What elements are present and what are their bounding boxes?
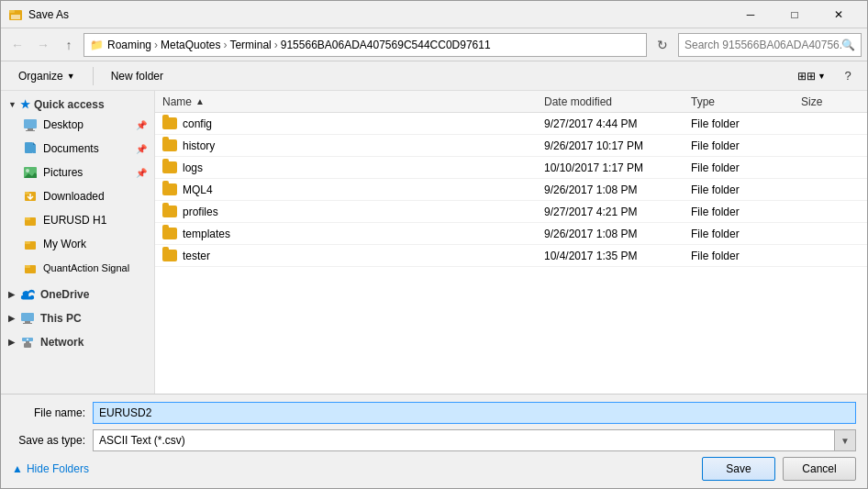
folder-icon — [162, 228, 177, 239]
table-row[interactable]: logs 10/10/2017 1:17 PM File folder — [155, 157, 867, 179]
desktop-icon — [23, 117, 38, 132]
savetype-select[interactable]: ASCII Text (*.csv) — [93, 429, 856, 451]
file-date: 9/26/2017 1:08 PM — [537, 223, 684, 244]
sidebar-section-quick-access: ▼ ★ Quick access Desktop 📌 — [1, 94, 154, 280]
filename-input[interactable] — [93, 402, 856, 424]
table-row[interactable]: config 9/27/2017 4:44 PM File folder — [155, 113, 867, 135]
path-metaquotes: MetaQuotes — [161, 39, 220, 51]
quantaction-signal-label: QuantAction Signal — [43, 262, 129, 273]
svg-rect-13 — [25, 192, 29, 194]
search-box[interactable]: 🔍 — [678, 33, 862, 57]
sidebar-header-network[interactable]: ▶ Network — [1, 331, 154, 351]
save-as-dialog: Save As ─ □ ✕ ← → ↑ 📁 Roaming › MetaQuot… — [0, 0, 868, 489]
back-button[interactable]: ← — [6, 34, 28, 56]
maximize-button[interactable]: □ — [773, 1, 816, 28]
action-row: ▲ Hide Folders Save Cancel — [12, 457, 856, 481]
sidebar-section-network: ▶ Network — [1, 331, 154, 351]
file-name: logs — [183, 161, 203, 174]
dialog-title: Save As — [28, 8, 729, 21]
organize-button[interactable]: Organize ▼ — [8, 64, 85, 88]
downloaded-icon — [23, 189, 38, 204]
file-size — [794, 157, 867, 178]
svg-point-10 — [26, 169, 29, 172]
main-area: ▼ ★ Quick access Desktop 📌 — [1, 91, 867, 394]
view-icon: ⊞⊞ — [797, 70, 816, 83]
documents-icon — [23, 141, 38, 156]
bottom-area: File name: Save as type: ASCII Text (*.c… — [1, 394, 867, 488]
col-header-name[interactable]: Name ▲ — [155, 91, 537, 112]
table-row[interactable]: profiles 9/27/2017 4:21 PM File folder — [155, 201, 867, 223]
svg-rect-19 — [25, 265, 30, 268]
table-row[interactable]: tester 10/4/2017 1:35 PM File folder — [155, 245, 867, 267]
file-name: tester — [183, 250, 210, 262]
help-button[interactable]: ? — [836, 64, 860, 88]
svg-rect-3 — [24, 119, 37, 128]
view-button[interactable]: ⊞⊞ ▼ — [791, 64, 832, 88]
sidebar-item-eurusd-h1[interactable]: EURUSD H1 — [1, 208, 154, 232]
search-icon: 🔍 — [841, 39, 855, 51]
file-type: File folder — [684, 223, 794, 244]
close-button[interactable]: ✕ — [818, 1, 860, 28]
pictures-icon — [23, 165, 38, 180]
dialog-icon — [8, 7, 23, 22]
table-row[interactable]: templates 9/26/2017 1:08 PM File folder — [155, 223, 867, 245]
name-sort-arrow: ▲ — [195, 96, 205, 106]
svg-rect-20 — [21, 313, 34, 321]
sidebar-item-downloaded[interactable]: Downloaded — [1, 184, 154, 208]
hide-folders-button[interactable]: ▲ Hide Folders — [12, 462, 695, 475]
col-header-size[interactable]: Size — [794, 91, 867, 112]
file-date: 9/26/2017 1:08 PM — [537, 179, 684, 200]
minimize-button[interactable]: ─ — [729, 1, 772, 28]
filename-label: File name: — [12, 406, 85, 419]
sidebar-item-my-work[interactable]: My Work — [1, 232, 154, 256]
svg-marker-7 — [33, 142, 36, 145]
file-size — [794, 223, 867, 244]
svg-rect-21 — [25, 321, 30, 323]
sidebar-item-desktop[interactable]: Desktop 📌 — [1, 113, 154, 137]
sidebar-header-quick-access[interactable]: ▼ ★ Quick access — [1, 94, 154, 113]
svg-rect-6 — [25, 142, 33, 153]
table-row[interactable]: history 9/26/2017 10:17 PM File folder — [155, 135, 867, 157]
file-type: File folder — [684, 157, 794, 178]
this-pc-arrow: ▶ — [8, 314, 15, 323]
title-bar: Save As ─ □ ✕ — [1, 1, 867, 28]
table-row[interactable]: MQL4 9/26/2017 1:08 PM File folder — [155, 179, 867, 201]
sidebar-header-onedrive[interactable]: ▶ OneDrive — [1, 283, 154, 304]
view-chevron-icon: ▼ — [818, 72, 826, 81]
address-path[interactable]: 📁 Roaming › MetaQuotes › Terminal › 9155… — [83, 33, 647, 57]
file-size — [794, 245, 867, 266]
search-input[interactable] — [684, 39, 841, 51]
documents-pin: 📌 — [136, 144, 147, 154]
col-header-date[interactable]: Date modified — [537, 91, 684, 112]
svg-rect-23 — [24, 343, 31, 348]
file-size — [794, 113, 867, 134]
save-button[interactable]: Save — [702, 457, 775, 481]
file-date: 10/10/2017 1:17 PM — [537, 157, 684, 178]
quantaction-signal-icon — [23, 261, 38, 275]
savetype-label: Save as type: — [12, 434, 85, 447]
refresh-button[interactable]: ↻ — [651, 33, 674, 57]
svg-rect-8 — [33, 145, 36, 153]
col-header-type[interactable]: Type — [684, 91, 794, 112]
file-type: File folder — [684, 135, 794, 156]
network-label: Network — [40, 336, 83, 349]
svg-rect-5 — [26, 130, 35, 131]
svg-rect-24 — [26, 341, 29, 343]
this-pc-label: This PC — [40, 312, 82, 325]
documents-label: Documents — [43, 142, 99, 155]
sidebar-item-documents[interactable]: Documents 📌 — [1, 137, 154, 161]
svg-rect-1 — [9, 10, 15, 13]
sidebar-item-quantaction-signal[interactable]: QuantAction Signal — [1, 256, 154, 280]
sidebar-item-pictures[interactable]: Pictures 📌 — [1, 161, 154, 184]
cancel-button[interactable]: Cancel — [783, 457, 856, 481]
sidebar-header-this-pc[interactable]: ▶ This PC — [1, 307, 154, 328]
up-button[interactable]: ↑ — [58, 34, 80, 56]
quick-access-label: Quick access — [34, 98, 105, 111]
path-folder-icon: 📁 — [90, 39, 104, 51]
new-folder-button[interactable]: New folder — [101, 64, 173, 88]
file-name: config — [183, 117, 212, 130]
forward-button[interactable]: → — [32, 34, 54, 56]
eurusd-h1-label: EURUSD H1 — [43, 214, 106, 227]
file-date: 10/4/2017 1:35 PM — [537, 245, 684, 266]
organize-chevron-icon: ▼ — [67, 72, 75, 81]
